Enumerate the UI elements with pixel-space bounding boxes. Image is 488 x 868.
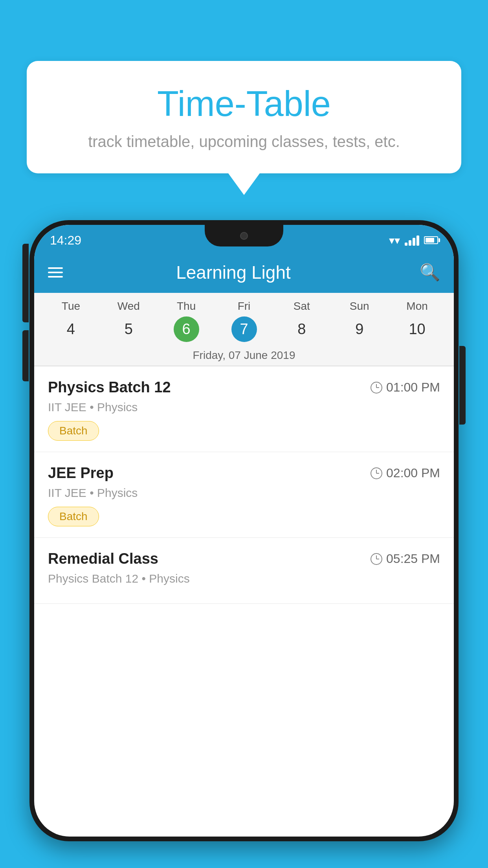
day-number[interactable]: 7: [231, 316, 257, 342]
status-time: 14:29: [50, 233, 81, 248]
phone-container: 14:29 ▾▾: [29, 220, 459, 868]
day-col-wed[interactable]: Wed5: [100, 300, 158, 342]
schedule-item-time: 02:00 PM: [371, 466, 440, 480]
day-name: Sat: [294, 300, 310, 313]
schedule-item-time: 01:00 PM: [371, 380, 440, 395]
battery-icon: [424, 236, 438, 244]
speech-bubble-container: Time-Table track timetable, upcoming cla…: [27, 61, 461, 195]
day-name: Wed: [117, 300, 140, 313]
day-name: Fri: [238, 300, 251, 313]
schedule-time-text: 01:00 PM: [386, 380, 440, 395]
batch-badge: Batch: [48, 421, 99, 441]
signal-icon: [405, 235, 419, 246]
phone-notch: [205, 225, 283, 246]
days-row: Tue4Wed5Thu6Fri7Sat8Sun9Mon10: [34, 293, 454, 345]
schedule-item[interactable]: Physics Batch 12 01:00 PM IIT JEE • Phys…: [34, 366, 454, 452]
selected-date-label: Friday, 07 June 2019: [34, 345, 454, 366]
day-name: Mon: [406, 300, 427, 313]
search-icon[interactable]: 🔍: [420, 263, 440, 282]
day-col-fri[interactable]: Fri7: [215, 300, 273, 342]
schedule-item-title: Physics Batch 12: [48, 379, 171, 396]
status-icons: ▾▾: [389, 234, 438, 247]
speech-bubble-arrow: [228, 173, 260, 195]
schedule-time-text: 05:25 PM: [386, 552, 440, 566]
schedule-item-title: Remedial Class: [48, 550, 158, 567]
day-name: Sun: [350, 300, 369, 313]
schedule-time-text: 02:00 PM: [386, 466, 440, 480]
speech-bubble: Time-Table track timetable, upcoming cla…: [27, 61, 461, 173]
day-col-sat[interactable]: Sat8: [273, 300, 330, 342]
schedule-item[interactable]: Remedial Class 05:25 PM Physics Batch 12…: [34, 538, 454, 604]
day-name: Thu: [177, 300, 196, 313]
day-number[interactable]: 5: [116, 316, 141, 342]
schedule-item-subtitle: Physics Batch 12 • Physics: [48, 572, 440, 585]
battery-fill: [426, 238, 434, 243]
day-col-sun[interactable]: Sun9: [330, 300, 388, 342]
day-name: Tue: [62, 300, 80, 313]
speech-bubble-subtitle: track timetable, upcoming classes, tests…: [58, 131, 430, 152]
day-number[interactable]: 9: [347, 316, 372, 342]
day-number[interactable]: 4: [58, 316, 84, 342]
day-number[interactable]: 8: [289, 316, 314, 342]
schedule-item-header: Remedial Class 05:25 PM: [48, 550, 440, 567]
schedule-item-subtitle: IIT JEE • Physics: [48, 486, 440, 500]
speech-bubble-title: Time-Table: [58, 85, 430, 123]
day-col-tue[interactable]: Tue4: [42, 300, 100, 342]
schedule-item-header: JEE Prep 02:00 PM: [48, 465, 440, 482]
phone-outer: 14:29 ▾▾: [29, 220, 459, 841]
day-number[interactable]: 6: [174, 316, 199, 342]
schedule-item-subtitle: IIT JEE • Physics: [48, 401, 440, 414]
day-col-thu[interactable]: Thu6: [158, 300, 215, 342]
day-col-mon[interactable]: Mon10: [388, 300, 446, 342]
schedule-item-header: Physics Batch 12 01:00 PM: [48, 379, 440, 396]
schedule-item-title: JEE Prep: [48, 465, 114, 482]
batch-badge: Batch: [48, 507, 99, 526]
schedule-list: Physics Batch 12 01:00 PM IIT JEE • Phys…: [34, 366, 454, 604]
day-number[interactable]: 10: [404, 316, 430, 342]
clock-icon: [371, 553, 382, 565]
clock-icon: [371, 467, 382, 479]
schedule-item-time: 05:25 PM: [371, 552, 440, 566]
camera-dot: [240, 232, 248, 240]
phone-inner: 14:29 ▾▾: [34, 225, 454, 837]
app-bar: Learning Light 🔍: [34, 252, 454, 293]
schedule-item[interactable]: JEE Prep 02:00 PM IIT JEE • Physics Batc…: [34, 452, 454, 538]
calendar-strip: Tue4Wed5Thu6Fri7Sat8Sun9Mon10 Friday, 07…: [34, 293, 454, 366]
clock-icon: [371, 382, 382, 394]
wifi-icon: ▾▾: [389, 234, 400, 247]
app-title: Learning Light: [47, 262, 420, 283]
